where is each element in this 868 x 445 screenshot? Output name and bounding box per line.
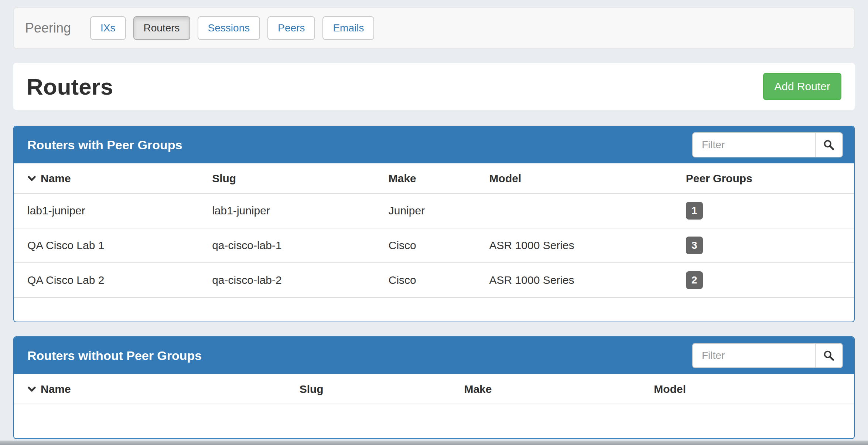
panel-bottom-space bbox=[14, 298, 854, 322]
cell-slug: lab1-juniper bbox=[205, 193, 381, 228]
nav-button-ixs[interactable]: IXs bbox=[90, 16, 126, 40]
peer-groups-badge: 2 bbox=[686, 271, 703, 289]
add-router-button[interactable]: Add Router bbox=[763, 73, 841, 100]
cell-model: ASR 1000 Series bbox=[482, 228, 679, 263]
nav-button-routers[interactable]: Routers bbox=[133, 16, 190, 40]
sort-descending-icon bbox=[27, 174, 36, 183]
panel-routers-without-peer-groups: Routers without Peer Groups bbox=[13, 336, 855, 439]
cell-make: Juniper bbox=[381, 193, 482, 228]
cell-name: lab1-juniper bbox=[14, 193, 205, 228]
search-icon bbox=[823, 350, 834, 361]
cell-make: Cisco bbox=[381, 263, 482, 298]
panel-routers-with-peer-groups: Routers with Peer Groups bbox=[13, 126, 855, 322]
column-header-name[interactable]: Name bbox=[14, 163, 205, 193]
column-header-peer-groups[interactable]: Peer Groups bbox=[679, 163, 854, 193]
search-button[interactable] bbox=[815, 132, 843, 157]
panel-heading: Routers without Peer Groups bbox=[14, 337, 854, 374]
cell-model bbox=[482, 193, 679, 228]
peer-groups-badge: 1 bbox=[686, 202, 703, 220]
filter-input[interactable] bbox=[692, 343, 816, 368]
search-icon bbox=[823, 139, 834, 150]
cell-model: ASR 1000 Series bbox=[482, 263, 679, 298]
panel-title: Routers without Peer Groups bbox=[27, 349, 202, 363]
peer-groups-badge: 3 bbox=[686, 237, 703, 254]
routers-with-peer-groups-table: Name Slug Make Model Peer Groups lab1-ju… bbox=[14, 163, 854, 298]
cell-slug: qa-cisco-lab-1 bbox=[205, 228, 381, 263]
column-header-slug[interactable]: Slug bbox=[292, 374, 457, 404]
nav-button-sessions[interactable]: Sessions bbox=[198, 16, 260, 40]
table-row: lab1-juniper lab1-juniper Juniper 1 bbox=[14, 193, 854, 228]
panel-title: Routers with Peer Groups bbox=[27, 138, 182, 152]
cell-name: QA Cisco Lab 1 bbox=[14, 228, 205, 263]
column-header-make[interactable]: Make bbox=[381, 163, 482, 193]
panel-heading: Routers with Peer Groups bbox=[14, 126, 854, 163]
filter-group bbox=[692, 132, 843, 157]
page-title: Routers bbox=[27, 74, 113, 100]
cell-peer-groups: 3 bbox=[679, 228, 854, 263]
cell-peer-groups: 1 bbox=[679, 193, 854, 228]
cell-peer-groups: 2 bbox=[679, 263, 854, 298]
nav-button-emails[interactable]: Emails bbox=[322, 16, 374, 40]
cell-make: Cisco bbox=[381, 228, 482, 263]
navbar-brand[interactable]: Peering bbox=[25, 20, 71, 36]
cell-slug: qa-cisco-lab-2 bbox=[205, 263, 381, 298]
column-header-model[interactable]: Model bbox=[646, 374, 854, 404]
column-header-name[interactable]: Name bbox=[14, 374, 292, 404]
column-header-model[interactable]: Model bbox=[482, 163, 679, 193]
filter-input[interactable] bbox=[692, 132, 816, 157]
navbar: Peering IXs Routers Sessions Peers Email… bbox=[13, 7, 855, 49]
column-header-slug[interactable]: Slug bbox=[205, 163, 381, 193]
empty-table-space bbox=[14, 404, 854, 438]
table-row: QA Cisco Lab 2 qa-cisco-lab-2 Cisco ASR … bbox=[14, 263, 854, 298]
search-button[interactable] bbox=[815, 343, 843, 368]
column-header-make[interactable]: Make bbox=[457, 374, 646, 404]
table-header-row: Name Slug Make Model Peer Groups bbox=[14, 163, 854, 193]
sort-descending-icon bbox=[27, 385, 36, 394]
filter-group bbox=[692, 343, 843, 368]
cell-name: QA Cisco Lab 2 bbox=[14, 263, 205, 298]
routers-without-peer-groups-table: Name Slug Make Model bbox=[14, 374, 854, 404]
page-header: Routers Add Router bbox=[13, 63, 855, 110]
table-row: QA Cisco Lab 1 qa-cisco-lab-1 Cisco ASR … bbox=[14, 228, 854, 263]
nav-button-peers[interactable]: Peers bbox=[267, 16, 315, 40]
table-header-row: Name Slug Make Model bbox=[14, 374, 854, 404]
